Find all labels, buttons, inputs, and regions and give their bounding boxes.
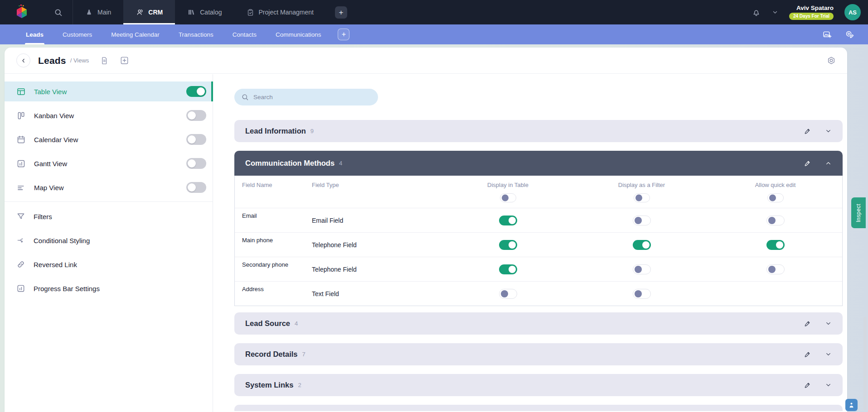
sidebar-item-gantt-view[interactable]: Gantt View bbox=[5, 153, 213, 173]
edit-section-button[interactable] bbox=[804, 159, 811, 167]
display-as-filter-toggle[interactable] bbox=[633, 289, 651, 299]
section-lead-information[interactable]: Lead Information 9 bbox=[234, 120, 843, 142]
sidebar-item-label: Calendar View bbox=[34, 136, 178, 144]
table-row-secondary-phone: Secondary phone Telephone Field bbox=[235, 257, 842, 281]
edit-section-button[interactable] bbox=[804, 350, 811, 358]
section-partial[interactable] bbox=[234, 405, 843, 411]
top-tab-label: Project Managment bbox=[259, 9, 314, 16]
settings-button[interactable] bbox=[826, 56, 836, 66]
global-search-button[interactable] bbox=[44, 0, 73, 24]
allow-quick-edit-toggle[interactable] bbox=[766, 240, 785, 250]
section-record-details[interactable]: Record Details 7 bbox=[234, 343, 843, 365]
display-as-filter-toggle[interactable] bbox=[633, 264, 651, 274]
expand-section-button[interactable] bbox=[825, 128, 832, 134]
display-in-table-toggle[interactable] bbox=[499, 264, 517, 274]
search-bar[interactable] bbox=[234, 89, 378, 105]
top-tab-catalog[interactable]: Catalog bbox=[175, 0, 234, 24]
sidebar-item-calendar-view[interactable]: Calendar View bbox=[5, 129, 213, 149]
tab-leads[interactable]: Leads bbox=[16, 24, 53, 44]
books-icon bbox=[187, 8, 195, 16]
user-name: Aviv Spataro bbox=[789, 5, 834, 11]
tab-transactions[interactable]: Transactions bbox=[169, 24, 223, 44]
search-icon bbox=[241, 93, 249, 101]
section-lead-source[interactable]: Lead Source 4 bbox=[234, 312, 843, 335]
kanban-view-toggle[interactable] bbox=[186, 110, 206, 121]
expand-section-button[interactable] bbox=[825, 320, 832, 327]
sidebar-item-map-view[interactable]: Map View bbox=[5, 177, 213, 197]
chevron-down-icon bbox=[825, 320, 832, 327]
master-allow-quick-edit-toggle[interactable] bbox=[767, 193, 784, 202]
sidebar-item-reversed-link[interactable]: Reversed Link bbox=[5, 254, 213, 274]
sidebar-item-conditional-styling[interactable]: Conditional Styling bbox=[5, 230, 213, 250]
section-title: System Links bbox=[245, 381, 293, 389]
sidebar-item-filters[interactable]: Filters bbox=[5, 206, 213, 226]
section-title: Record Details bbox=[245, 350, 298, 359]
field-type: Telephone Field bbox=[312, 266, 441, 273]
display-as-filter-toggle[interactable] bbox=[633, 216, 651, 225]
edit-section-button[interactable] bbox=[804, 127, 811, 135]
display-in-table-toggle[interactable] bbox=[499, 216, 517, 225]
plus-square-icon bbox=[120, 56, 129, 65]
allow-quick-edit-toggle[interactable] bbox=[766, 216, 785, 225]
map-view-toggle[interactable] bbox=[186, 182, 206, 193]
sidebar-item-progress-bar-settings[interactable]: Progress Bar Settings bbox=[5, 278, 213, 298]
master-display-in-table-toggle[interactable] bbox=[500, 193, 516, 202]
sidebar-divider bbox=[5, 201, 213, 202]
tab-contacts[interactable]: Contacts bbox=[223, 24, 266, 44]
sidebar-item-label: Table View bbox=[34, 88, 178, 96]
field-name: Main phone bbox=[235, 233, 312, 257]
accessibility-button[interactable] bbox=[845, 399, 858, 411]
logo-icon bbox=[15, 4, 29, 20]
flask-icon bbox=[85, 9, 93, 16]
expand-section-button[interactable] bbox=[825, 351, 832, 358]
table-row-address: Address Text Field bbox=[235, 281, 842, 306]
tab-customers[interactable]: Customers bbox=[53, 24, 102, 44]
add-view-button[interactable] bbox=[120, 56, 129, 65]
table-view-toggle[interactable] bbox=[186, 86, 206, 97]
chevron-down-icon bbox=[825, 382, 832, 388]
sidebar-item-label: Filters bbox=[34, 213, 52, 220]
master-display-as-filter-toggle[interactable] bbox=[634, 193, 650, 202]
inspect-button[interactable]: Inspect bbox=[851, 197, 866, 228]
bell-icon bbox=[752, 8, 761, 17]
top-tab-project-managment[interactable]: Project Managment bbox=[234, 0, 326, 24]
chevron-up-icon bbox=[825, 160, 832, 167]
top-tab-main[interactable]: Main bbox=[73, 0, 123, 24]
allow-quick-edit-toggle[interactable] bbox=[766, 264, 785, 274]
tab-communications[interactable]: Communications bbox=[266, 24, 331, 44]
sidebar-item-label: Gantt View bbox=[34, 160, 178, 168]
vertical-scrollbar[interactable] bbox=[863, 317, 867, 410]
search-input[interactable] bbox=[253, 94, 371, 101]
edit-section-button[interactable] bbox=[804, 381, 811, 389]
document-button[interactable] bbox=[100, 56, 109, 65]
crm-module-tabbar: Leads Customers Meeting Calendar Transac… bbox=[0, 24, 868, 44]
user-info[interactable]: Aviv Spataro 24 Days For Trial bbox=[789, 5, 834, 20]
add-image-button[interactable] bbox=[822, 30, 832, 39]
display-as-filter-toggle[interactable] bbox=[633, 240, 651, 250]
sidebar-item-table-view[interactable]: Table View bbox=[5, 81, 213, 101]
user-menu-chevron[interactable] bbox=[772, 9, 778, 15]
expand-section-button[interactable] bbox=[825, 382, 832, 388]
section-header[interactable]: Communication Methods 4 bbox=[234, 151, 843, 176]
top-tab-crm[interactable]: CRM bbox=[123, 0, 175, 24]
sidebar-item-kanban-view[interactable]: Kanban View bbox=[5, 105, 213, 125]
add-app-button[interactable]: + bbox=[335, 6, 347, 19]
trial-badge: 24 Days For Trial bbox=[789, 13, 834, 20]
collapse-section-button[interactable] bbox=[825, 160, 832, 167]
add-board-button[interactable]: + bbox=[338, 29, 349, 40]
column-header-allow-quick-edit: Allow quick edit bbox=[755, 182, 796, 188]
section-system-links[interactable]: System Links 2 bbox=[234, 374, 843, 396]
avatar[interactable]: AS bbox=[844, 4, 861, 20]
top-navbar: Main CRM Catalog Project Managment + bbox=[0, 0, 868, 24]
gantt-view-toggle[interactable] bbox=[186, 158, 206, 169]
view-editor-button[interactable] bbox=[844, 29, 854, 39]
back-button[interactable] bbox=[16, 53, 30, 67]
calendar-view-toggle[interactable] bbox=[186, 134, 206, 145]
edit-section-button[interactable] bbox=[804, 320, 811, 327]
display-in-table-toggle[interactable] bbox=[499, 240, 517, 250]
tab-meeting-calendar[interactable]: Meeting Calendar bbox=[102, 24, 169, 44]
progress-bar-icon bbox=[16, 284, 25, 293]
app-logo[interactable] bbox=[0, 0, 44, 24]
display-in-table-toggle[interactable] bbox=[499, 289, 517, 299]
notifications-button[interactable] bbox=[752, 8, 761, 17]
